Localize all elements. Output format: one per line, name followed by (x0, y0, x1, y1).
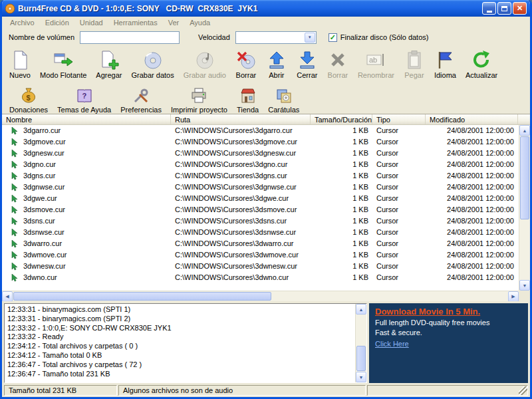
file-type: Cursor (372, 159, 426, 170)
menu-archivo[interactable]: Archivo (5, 18, 40, 27)
resize-grip[interactable] (519, 386, 527, 395)
toolbar-button-grabar-datos[interactable]: Grabar datos (126, 47, 178, 80)
toolbar-button-modo-flotante[interactable]: Modo Flotante (35, 47, 91, 80)
column-header-tamano[interactable]: Tamaño/Duración (311, 114, 372, 124)
cursor-file-icon (11, 172, 19, 180)
cursor-file-icon (11, 195, 19, 203)
speed-combo[interactable]: ▼ (235, 31, 317, 44)
toolbar-button-donaciones[interactable]: $ Donaciones (5, 84, 53, 115)
scroll-right-icon[interactable]: ▶ (508, 291, 519, 301)
scroll-up-icon[interactable]: ▲ (356, 304, 366, 315)
file-path: C:\WINDOWS\Cursores\3dwno.cur (171, 272, 311, 283)
table-row[interactable]: 3dgns.cur C:\WINDOWS\Cursores\3dgns.cur … (2, 170, 519, 182)
horizontal-scroll-thumb[interactable] (13, 292, 271, 301)
file-size: 1 KB (311, 238, 372, 249)
file-list-horizontal-scrollbar[interactable]: ◀ ▶ (2, 291, 519, 301)
toolbar-button-borrar-disco[interactable]: Borrar (231, 47, 261, 80)
cursor-file-icon (11, 127, 19, 135)
file-path: C:\WINDOWS\Cursores\3dsns.cur (171, 215, 311, 227)
toolbar-button-idioma[interactable]: Idioma (430, 47, 461, 80)
maximize-button[interactable] (497, 2, 511, 15)
menu-herramientas[interactable]: Herramientas (108, 18, 163, 27)
cursor-file-icon (11, 150, 19, 158)
file-list-vertical-scrollbar[interactable]: ▲ ▼ (519, 125, 530, 291)
toolbar-button-tienda[interactable]: Tienda (232, 84, 263, 115)
log-line: 12:34:12 - Tamaño total 0 KB (7, 351, 364, 360)
table-row[interactable]: 3dsnwse.cur C:\WINDOWS\Cursores\3dsnwse.… (2, 227, 519, 238)
title-bar[interactable]: Burn4Free CD & DVD - 1:0:0,E: SONY CD-RW… (2, 0, 530, 17)
file-path: C:\WINDOWS\Cursores\3dgarro.cur (171, 125, 311, 136)
file-name: 3dgmove.cur (23, 136, 66, 148)
table-row[interactable]: 3dgno.cur C:\WINDOWS\Cursores\3dgno.cur … (2, 159, 519, 170)
minimize-button[interactable] (482, 2, 496, 15)
file-name: 3dgwe.cur (23, 193, 57, 204)
table-row[interactable]: 3dwarro.cur C:\WINDOWS\Cursores\3dwarro.… (2, 238, 519, 249)
table-row[interactable]: 3dgwe.cur C:\WINDOWS\Cursores\3dgwe.cur … (2, 193, 519, 204)
finalize-checkbox[interactable]: ✓ (329, 33, 337, 42)
file-path: C:\WINDOWS\Cursores\3dwarro.cur (171, 238, 311, 249)
file-name: 3dgno.cur (23, 159, 56, 170)
menu-edicion[interactable]: Edición (40, 18, 74, 27)
toolbar-button-actualizar[interactable]: Actualizar (461, 47, 502, 80)
table-row[interactable]: 3dsns.cur C:\WINDOWS\Cursores\3dsns.cur … (2, 215, 519, 227)
scroll-up-icon[interactable]: ▲ (519, 125, 530, 136)
table-row[interactable]: 3dgarro.cur C:\WINDOWS\Cursores\3dgarro.… (2, 125, 519, 136)
table-row[interactable]: 3dwno.cur C:\WINDOWS\Cursores\3dwno.cur … (2, 272, 519, 283)
menu-ver[interactable]: Ver (163, 18, 185, 27)
file-modified: 24/08/2001 12:00:00 (426, 227, 518, 238)
file-size: 1 KB (311, 170, 372, 182)
column-header-nombre[interactable]: Nombre (2, 114, 171, 124)
scroll-left-icon[interactable]: ◀ (2, 291, 13, 301)
ad-headline-link[interactable]: Download Movie In 5 Min. (375, 307, 480, 317)
table-row[interactable]: 3dsmove.cur C:\WINDOWS\Cursores\3dsmove.… (2, 204, 519, 215)
table-row[interactable]: 3dwnesw.cur C:\WINDOWS\Cursores\3dwnesw.… (2, 261, 519, 272)
toolbar-button-preferencias[interactable]: Preferencias (116, 84, 166, 115)
ad-click-here-link[interactable]: Click Here (375, 339, 409, 349)
file-path: C:\WINDOWS\Cursores\3dsnwse.cur (171, 227, 311, 238)
chevron-down-icon[interactable]: ▼ (305, 33, 315, 43)
scroll-down-icon[interactable]: ▼ (356, 372, 366, 382)
menu-unidad[interactable]: Unidad (74, 18, 108, 27)
toolbar-button-nuevo[interactable]: Nuevo (5, 47, 35, 80)
table-row[interactable]: 3dgnwse.cur C:\WINDOWS\Cursores\3dgnwse.… (2, 182, 519, 193)
file-name: 3dsns.cur (23, 215, 55, 227)
column-header-modificado[interactable]: Modificado (426, 114, 518, 124)
volume-input[interactable] (80, 31, 180, 44)
column-header-ruta[interactable]: Ruta (171, 114, 311, 124)
file-modified: 24/08/2001 12:00:00 (426, 148, 518, 159)
cursor-file-icon (11, 251, 19, 259)
file-path: C:\WINDOWS\Cursores\3dwnesw.cur (171, 261, 311, 272)
app-icon (5, 3, 15, 14)
table-row[interactable]: 3dwmove.cur C:\WINDOWS\Cursores\3dwmove.… (2, 249, 519, 261)
close-button[interactable]: ✕ (513, 2, 527, 15)
cursor-file-icon (11, 161, 19, 169)
vertical-scroll-track[interactable] (519, 136, 530, 280)
file-type: Cursor (372, 261, 426, 272)
horizontal-scroll-track[interactable] (13, 291, 508, 301)
donations-icon: $ (19, 86, 38, 105)
file-path: C:\WINDOWS\Cursores\3dwmove.cur (171, 249, 311, 261)
toolbar-button-caratulas[interactable]: Carátulas (263, 84, 304, 115)
table-row[interactable]: 3dgnesw.cur C:\WINDOWS\Cursores\3dgnesw.… (2, 148, 519, 159)
log-scroll-track[interactable] (356, 315, 366, 372)
log-vertical-scrollbar[interactable]: ▲ ▼ (355, 304, 366, 382)
file-modified: 24/08/2001 12:00:00 (426, 193, 518, 204)
toolbar-button-cerrar[interactable]: Cerrar (292, 47, 323, 80)
toolbar-button-borrar-archivo: Borrar (323, 47, 353, 80)
status-message: Algunos archivos no son de audio (118, 385, 366, 396)
menu-ayuda[interactable]: Ayuda (184, 18, 215, 27)
log-line: 12:36:47 - Tamaño total 231 KB (7, 370, 364, 379)
column-header-tipo[interactable]: Tipo (372, 114, 426, 124)
toolbar-button-imprimir[interactable]: Imprimir proyecto (166, 84, 232, 115)
toolbar-button-temas-ayuda[interactable]: ? Temas de Ayuda (53, 84, 116, 115)
log-scroll-thumb[interactable] (356, 346, 366, 371)
vertical-scroll-thumb[interactable] (520, 136, 529, 219)
scroll-down-icon[interactable]: ▼ (519, 280, 530, 291)
toolbar-button-agregar[interactable]: Agregar (91, 47, 126, 80)
table-row[interactable]: 3dgmove.cur C:\WINDOWS\Cursores\3dgmove.… (2, 136, 519, 148)
close-tray-icon (297, 49, 318, 70)
file-name: 3dsmove.cur (23, 204, 65, 215)
file-size: 1 KB (311, 227, 372, 238)
toolbar-button-abrir[interactable]: Abrir (261, 47, 292, 80)
finalize-option: ✓ Finalizar disco (Sólo datos) (329, 33, 434, 42)
